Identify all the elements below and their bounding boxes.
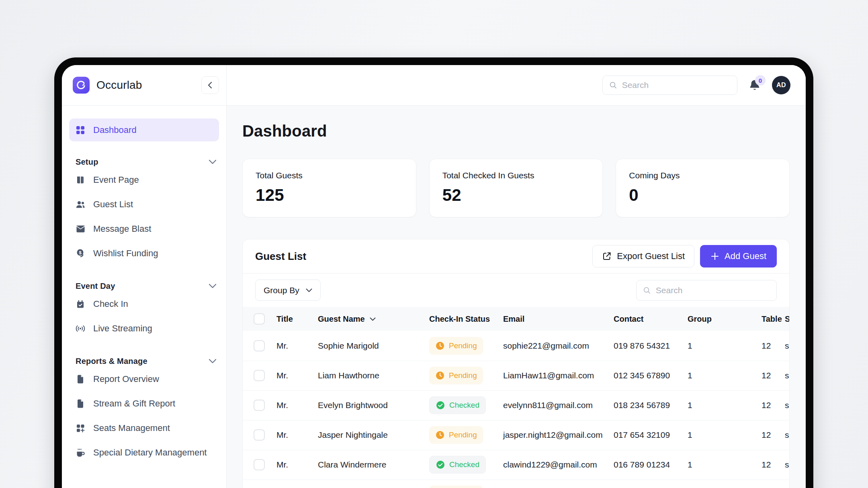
sidebar-item-stream-gift-report[interactable]: Stream & Gift Report	[69, 391, 219, 416]
table-row: Mr.Evelyn BrightwoodCheckedevelynn811@gm…	[243, 390, 789, 420]
cell-status: Pending	[429, 361, 503, 390]
sort-chevron-icon[interactable]	[370, 317, 376, 321]
section-label: Setup	[76, 157, 98, 167]
sidebar-item-label: Check In	[93, 299, 128, 309]
cell-title: Mr.	[276, 331, 318, 361]
sidebar-item-label: Guest List	[93, 199, 133, 210]
notification-badge: 0	[755, 75, 766, 86]
col-guest-name[interactable]: Guest Name	[318, 307, 429, 331]
cell-contact: 017 654 32109	[614, 420, 688, 450]
status-badge: Checked	[429, 396, 486, 414]
export-guest-list-button[interactable]: Export Guest List	[592, 245, 694, 267]
cell-group: 1	[688, 361, 762, 390]
cell-guest-name	[318, 480, 429, 488]
sidebar-item-event-page[interactable]: Event Page	[69, 167, 219, 192]
select-all-checkbox[interactable]	[254, 313, 265, 325]
table-header-row: Title Guest Name	[243, 307, 789, 331]
broadcast-icon	[76, 324, 85, 333]
sidebar-item-check-in[interactable]: Check In	[69, 292, 219, 316]
event-page-icon	[76, 175, 85, 185]
plus-icon	[710, 252, 719, 261]
cell-table: 12	[762, 450, 785, 480]
group-by-dropdown[interactable]: Group By	[255, 280, 321, 301]
stat-card-coming-days: Coming Days 0	[616, 159, 790, 217]
avatar[interactable]: AD	[772, 76, 790, 94]
cell-contact: 016 789 01234	[614, 450, 688, 480]
sidebar-item-seats-management[interactable]: Seats Management	[69, 416, 219, 440]
sidebar-section-reports-manage[interactable]: Reports & Manage	[69, 355, 219, 367]
sidebar: Occurlab	[62, 65, 227, 488]
sidebar-item-report-overview[interactable]: Report Overview	[69, 367, 219, 391]
status-badge: Pending	[429, 337, 483, 355]
col-guest-name-label: Guest Name	[318, 314, 365, 324]
cell-table	[762, 480, 785, 488]
sidebar-section-event-day[interactable]: Event Day	[69, 280, 219, 292]
clock-icon	[435, 371, 445, 380]
cell-status: Pending	[429, 480, 503, 488]
sidebar-item-wishlist-funding[interactable]: $ Wishlist Funding	[69, 241, 219, 265]
sidebar-item-live-streaming[interactable]: Live Streaming	[69, 316, 219, 341]
guest-list-search-input[interactable]	[656, 286, 770, 295]
dashboard-grid-icon	[76, 125, 85, 135]
device-frame: Occurlab	[54, 57, 813, 488]
sidebar-item-label: Message Blast	[93, 224, 151, 234]
table-row: Mr.Sophie MarigoldPendingsophie221@gmail…	[243, 331, 789, 361]
guest-list-toolbar: Group By	[243, 274, 789, 307]
section-label: Event Day	[76, 282, 115, 291]
row-checkbox[interactable]	[254, 459, 265, 470]
guest-list-search[interactable]	[636, 280, 777, 301]
cell-guest-name: Liam Hawthorne	[318, 361, 429, 390]
table-row: Mr.Clara WindermereCheckedclawind1229@gm…	[243, 450, 789, 480]
stat-label: Total Guests	[256, 171, 403, 180]
sidebar-item-dashboard[interactable]: Dashboard	[69, 118, 219, 141]
sidebar-item-label: Report Overview	[93, 374, 159, 384]
row-checkbox[interactable]	[254, 340, 265, 351]
chevron-down-icon	[209, 284, 217, 288]
sidebar-header: Occurlab	[62, 65, 226, 106]
table-row: Pending	[243, 480, 789, 488]
document-icon	[76, 374, 85, 384]
seats-grid-plus-icon	[76, 423, 85, 433]
table-row: Mr.Jasper NightingalePendingjasper.night…	[243, 420, 789, 450]
cell-seat: s	[785, 420, 789, 450]
add-guest-button[interactable]: Add Guest	[700, 245, 777, 267]
cell-group	[688, 480, 762, 488]
cell-status: Checked	[429, 390, 503, 420]
guest-table-clip: Title Guest Name	[243, 307, 789, 488]
cell-title: Mr.	[276, 390, 318, 420]
app-window: Occurlab	[62, 65, 806, 488]
cell-guest-name: Jasper Nightingale	[318, 420, 429, 450]
stat-card-total-guests: Total Guests 125	[242, 159, 416, 217]
table-row: Mr.Liam HawthornePendingLiamHaw11@gmail.…	[243, 361, 789, 390]
sidebar-section-setup[interactable]: Setup	[69, 156, 219, 167]
guest-list-panel: Guest List Export Guest List	[242, 239, 790, 488]
status-label: Pending	[449, 371, 477, 380]
sidebar-collapse-button[interactable]	[201, 76, 219, 94]
section-label: Reports & Manage	[76, 357, 147, 366]
col-email: Email	[503, 307, 614, 331]
sidebar-item-label: Wishlist Funding	[93, 248, 158, 259]
cell-guest-name: Sophie Marigold	[318, 331, 429, 361]
global-search-input[interactable]	[622, 80, 731, 90]
stat-value: 125	[256, 186, 403, 205]
row-checkbox[interactable]	[254, 400, 265, 411]
sidebar-item-message-blast[interactable]: Message Blast	[69, 216, 219, 241]
global-search[interactable]	[602, 76, 737, 95]
envelope-icon	[76, 224, 85, 234]
sidebar-item-special-dietary-management[interactable]: Special Dietary Management	[69, 440, 219, 465]
check-circle-icon	[436, 460, 445, 470]
page-content: Dashboard Total Guests 125 Total Checked…	[227, 106, 806, 488]
export-icon	[602, 251, 612, 261]
status-badge: Checked	[429, 456, 486, 474]
cell-table: 12	[762, 420, 785, 450]
status-label: Checked	[449, 460, 479, 469]
col-seat: S	[785, 307, 789, 331]
sidebar-item-guest-list[interactable]: Guest List	[69, 192, 219, 216]
mug-icon	[76, 448, 85, 457]
row-checkbox[interactable]	[254, 429, 265, 441]
row-checkbox[interactable]	[254, 370, 265, 381]
notifications-button[interactable]: 0	[748, 78, 762, 92]
status-badge: Pending	[429, 486, 483, 488]
status-badge: Pending	[429, 426, 483, 444]
sidebar-item-label: Special Dietary Management	[93, 447, 207, 458]
